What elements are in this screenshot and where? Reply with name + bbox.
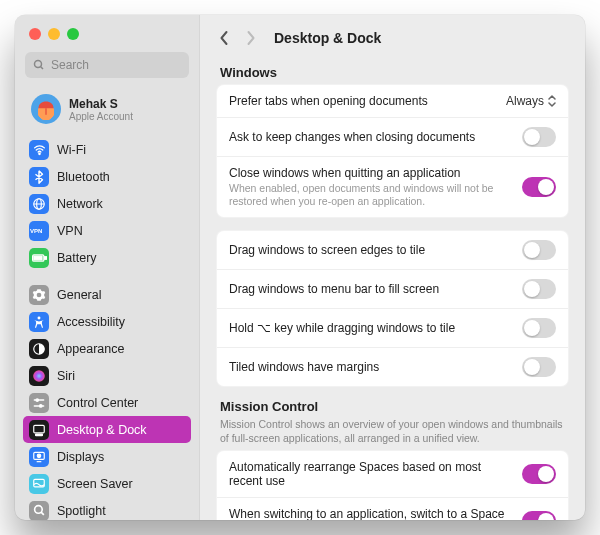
sidebar-item-siri[interactable]: Siri	[23, 362, 191, 389]
label-ask-keep: Ask to keep changes when closing documen…	[229, 130, 512, 144]
gear-icon	[29, 285, 49, 305]
row-switch-space: When switching to an application, switch…	[217, 498, 568, 520]
sidebar-item-displays[interactable]: Displays	[23, 443, 191, 470]
sidebar-item-battery[interactable]: Battery	[23, 244, 191, 271]
toggle-drag-edges[interactable]	[522, 240, 556, 260]
row-drag-edges: Drag windows to screen edges to tile	[217, 231, 568, 270]
sidebar-item-label: Spotlight	[57, 504, 106, 518]
fullscreen-window-button[interactable]	[67, 28, 79, 40]
wifi-icon	[29, 140, 49, 160]
sidebar-item-label: Displays	[57, 450, 104, 464]
content-scroll[interactable]: Windows Prefer tabs when opening documen…	[200, 61, 585, 520]
toggle-hold-option[interactable]	[522, 318, 556, 338]
toggle-switch-space[interactable]	[522, 511, 556, 520]
sidebar-item-control-center[interactable]: Control Center	[23, 389, 191, 416]
sidebar-item-accessibility[interactable]: Accessibility	[23, 308, 191, 335]
display-icon	[29, 447, 49, 467]
row-drag-menubar: Drag windows to menu bar to fill screen	[217, 270, 568, 309]
vpn-icon: VPN	[29, 221, 49, 241]
search-icon	[33, 59, 45, 71]
sidebar-item-label: Accessibility	[57, 315, 125, 329]
label-switch-space: When switching to an application, switch…	[229, 507, 512, 520]
siri-icon	[29, 366, 49, 386]
dropdown-prefer-tabs[interactable]: Always	[506, 94, 556, 108]
sidebar-item-label: Control Center	[57, 396, 138, 410]
settings-window: Search Mehak S Apple Account Wi-FiBlueto…	[15, 15, 585, 520]
svg-line-1	[41, 67, 44, 70]
sidebar-item-wi-fi[interactable]: Wi-Fi	[23, 136, 191, 163]
sidebar: Search Mehak S Apple Account Wi-FiBlueto…	[15, 15, 200, 520]
svg-rect-10	[33, 256, 41, 260]
svg-point-0	[35, 61, 42, 68]
minimize-window-button[interactable]	[48, 28, 60, 40]
row-ask-keep: Ask to keep changes when closing documen…	[217, 118, 568, 157]
globe-icon	[29, 194, 49, 214]
sidebar-item-label: Bluetooth	[57, 170, 110, 184]
label-auto-spaces: Automatically rearrange Spaces based on …	[229, 460, 512, 488]
sidebar-item-general[interactable]: General	[23, 281, 191, 308]
toggle-tiled-margins[interactable]	[522, 357, 556, 377]
sidebar-item-network[interactable]: Network	[23, 190, 191, 217]
row-prefer-tabs: Prefer tabs when opening documents Alway…	[217, 85, 568, 118]
back-button[interactable]	[216, 30, 232, 46]
sidebar-list: Wi-FiBluetoothNetworkVPNVPNBatteryGenera…	[15, 132, 199, 520]
topbar: Desktop & Dock	[200, 15, 585, 61]
card-mission: Automatically rearrange Spaces based on …	[216, 450, 569, 520]
sidebar-item-appearance[interactable]: Appearance	[23, 335, 191, 362]
label-drag-edges: Drag windows to screen edges to tile	[229, 243, 512, 257]
label-drag-menubar: Drag windows to menu bar to fill screen	[229, 282, 512, 296]
svg-point-17	[40, 404, 42, 406]
svg-point-11	[38, 316, 41, 319]
sidebar-item-label: Battery	[57, 251, 97, 265]
sidebar-item-label: Wi-Fi	[57, 143, 86, 157]
up-down-icon	[548, 95, 556, 107]
account-sub: Apple Account	[69, 111, 133, 122]
sidebar-item-label: Appearance	[57, 342, 124, 356]
svg-point-24	[34, 506, 42, 514]
sidebar-item-screen-saver[interactable]: Screen Saver	[23, 470, 191, 497]
sidebar-item-label: Screen Saver	[57, 477, 133, 491]
label-hold-option: Hold ⌥ key while dragging windows to til…	[229, 321, 512, 335]
forward-button[interactable]	[242, 30, 258, 46]
sliders-icon	[29, 393, 49, 413]
search-input[interactable]: Search	[25, 52, 189, 78]
access-icon	[29, 312, 49, 332]
svg-point-3	[38, 153, 39, 154]
label-prefer-tabs: Prefer tabs when opening documents	[229, 94, 496, 108]
close-window-button[interactable]	[29, 28, 41, 40]
row-hold-option: Hold ⌥ key while dragging windows to til…	[217, 309, 568, 348]
page-title: Desktop & Dock	[274, 30, 381, 46]
appear-icon	[29, 339, 49, 359]
svg-line-25	[41, 512, 44, 515]
card-windows-2: Drag windows to screen edges to tile Dra…	[216, 230, 569, 387]
toggle-close-quit[interactable]	[522, 177, 556, 197]
sidebar-item-label: Siri	[57, 369, 75, 383]
toggle-ask-keep[interactable]	[522, 127, 556, 147]
bt-icon	[29, 167, 49, 187]
window-controls	[15, 15, 199, 50]
svg-rect-9	[44, 256, 46, 259]
label-tiled-margins: Tiled windows have margins	[229, 360, 512, 374]
svg-text:VPN: VPN	[30, 228, 42, 234]
svg-point-15	[36, 398, 38, 400]
avatar	[31, 94, 61, 124]
svg-point-13	[33, 370, 45, 382]
sidebar-item-label: VPN	[57, 224, 83, 238]
account-name: Mehak S	[69, 97, 133, 111]
sidebar-item-desktop-dock[interactable]: Desktop & Dock	[23, 416, 191, 443]
umbrella-icon	[36, 99, 56, 119]
sidebar-item-label: Desktop & Dock	[57, 423, 147, 437]
sidebar-item-vpn[interactable]: VPNVPN	[23, 217, 191, 244]
sidebar-item-spotlight[interactable]: Spotlight	[23, 497, 191, 520]
saver-icon	[29, 474, 49, 494]
search-icon	[29, 501, 49, 521]
sidebar-item-bluetooth[interactable]: Bluetooth	[23, 163, 191, 190]
main-pane: Desktop & Dock Windows Prefer tabs when …	[200, 15, 585, 520]
label-close-quit: Close windows when quitting an applicati…	[229, 166, 512, 180]
account-row[interactable]: Mehak S Apple Account	[25, 90, 189, 128]
desc-close-quit: When enabled, open documents and windows…	[229, 182, 512, 208]
row-tiled-margins: Tiled windows have margins	[217, 348, 568, 386]
toggle-drag-menubar[interactable]	[522, 279, 556, 299]
toggle-auto-spaces[interactable]	[522, 464, 556, 484]
chevron-left-icon	[219, 30, 230, 46]
